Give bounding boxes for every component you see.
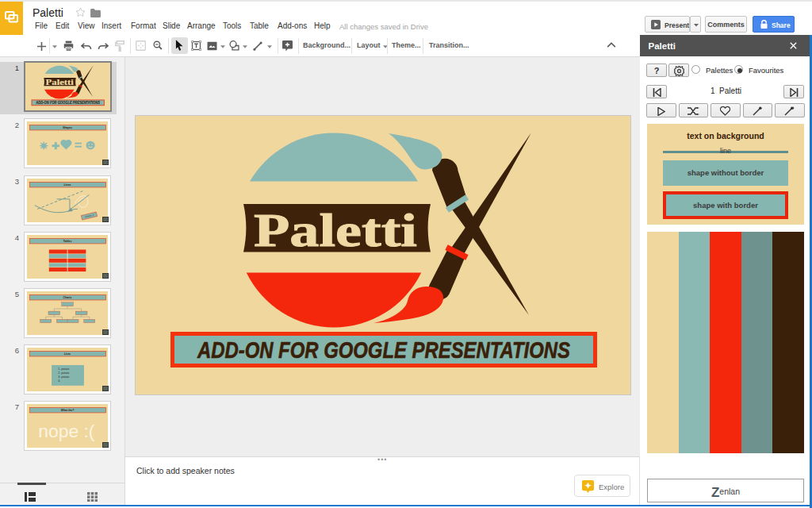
svg-text:nope :(: nope :( bbox=[38, 422, 95, 441]
svg-text:3. potato: 3. potato bbox=[58, 375, 69, 379]
svg-text:2. potato: 2. potato bbox=[58, 371, 69, 375]
svg-text:Charts: Charts bbox=[63, 296, 72, 299]
svg-text:1. potato: 1. potato bbox=[58, 368, 69, 371]
svg-text:Tables: Tables bbox=[63, 239, 72, 242]
svg-text:4.: 4. bbox=[58, 379, 60, 383]
svg-text:What the?: What the? bbox=[61, 409, 75, 412]
svg-text:Lines: Lines bbox=[64, 183, 71, 186]
svg-text:Lists: Lists bbox=[64, 352, 71, 356]
svg-text:Shapes: Shapes bbox=[63, 126, 72, 129]
